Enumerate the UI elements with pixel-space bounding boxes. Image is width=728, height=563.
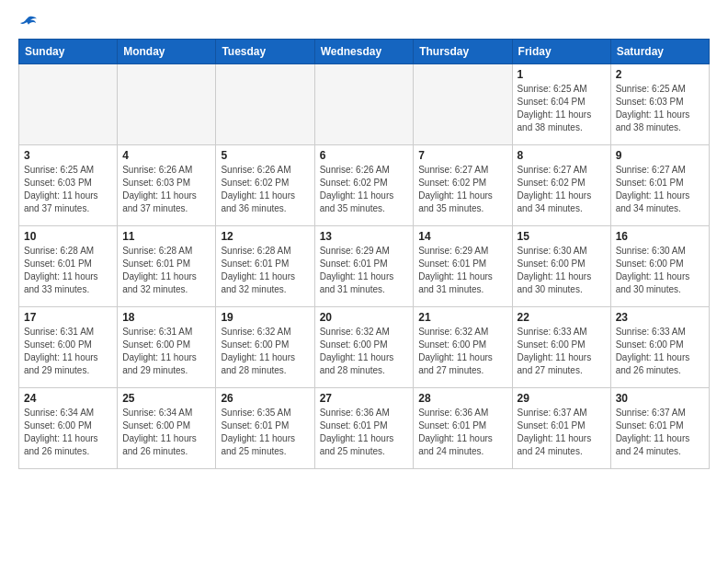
day-number: 5 xyxy=(221,149,309,162)
calendar-cell xyxy=(118,64,216,145)
calendar-cell: 21Sunrise: 6:32 AM Sunset: 6:00 PM Dayli… xyxy=(414,307,512,388)
day-info: Sunrise: 6:32 AM Sunset: 6:00 PM Dayligh… xyxy=(221,326,309,377)
day-number: 23 xyxy=(616,311,704,324)
day-number: 6 xyxy=(320,149,409,162)
day-info: Sunrise: 6:28 AM Sunset: 6:01 PM Dayligh… xyxy=(122,245,210,296)
weekday-header-saturday: Saturday xyxy=(610,40,709,64)
day-info: Sunrise: 6:28 AM Sunset: 6:01 PM Dayligh… xyxy=(24,245,112,296)
day-number: 27 xyxy=(320,392,409,405)
day-info: Sunrise: 6:29 AM Sunset: 6:01 PM Dayligh… xyxy=(320,245,409,296)
calendar-cell: 5Sunrise: 6:26 AM Sunset: 6:02 PM Daylig… xyxy=(216,145,314,226)
logo xyxy=(18,15,37,29)
day-info: Sunrise: 6:27 AM Sunset: 6:01 PM Dayligh… xyxy=(616,164,704,215)
day-number: 3 xyxy=(24,149,112,162)
calendar-cell: 28Sunrise: 6:36 AM Sunset: 6:01 PM Dayli… xyxy=(414,388,512,469)
day-number: 29 xyxy=(518,392,606,405)
day-number: 4 xyxy=(122,149,210,162)
calendar-cell: 27Sunrise: 6:36 AM Sunset: 6:01 PM Dayli… xyxy=(314,388,414,469)
weekday-header-wednesday: Wednesday xyxy=(314,40,414,64)
day-number: 1 xyxy=(518,68,606,81)
day-info: Sunrise: 6:33 AM Sunset: 6:00 PM Dayligh… xyxy=(616,326,704,377)
day-info: Sunrise: 6:36 AM Sunset: 6:01 PM Dayligh… xyxy=(418,407,506,458)
calendar-cell: 8Sunrise: 6:27 AM Sunset: 6:02 PM Daylig… xyxy=(512,145,610,226)
day-number: 24 xyxy=(24,392,112,405)
weekday-header-sunday: Sunday xyxy=(19,40,118,64)
page: SundayMondayTuesdayWednesdayThursdayFrid… xyxy=(0,0,728,478)
calendar-week-row: 1Sunrise: 6:25 AM Sunset: 6:04 PM Daylig… xyxy=(19,64,710,145)
day-number: 30 xyxy=(616,392,704,405)
calendar-cell: 20Sunrise: 6:32 AM Sunset: 6:00 PM Dayli… xyxy=(314,307,414,388)
day-info: Sunrise: 6:25 AM Sunset: 6:04 PM Dayligh… xyxy=(518,83,606,134)
calendar-cell xyxy=(314,64,414,145)
calendar-cell: 3Sunrise: 6:25 AM Sunset: 6:03 PM Daylig… xyxy=(19,145,118,226)
calendar-cell: 6Sunrise: 6:26 AM Sunset: 6:02 PM Daylig… xyxy=(314,145,414,226)
calendar-header-row: SundayMondayTuesdayWednesdayThursdayFrid… xyxy=(19,40,710,64)
weekday-header-friday: Friday xyxy=(512,40,610,64)
calendar-cell: 4Sunrise: 6:26 AM Sunset: 6:03 PM Daylig… xyxy=(118,145,216,226)
day-number: 2 xyxy=(616,68,704,81)
day-number: 15 xyxy=(518,230,606,243)
day-info: Sunrise: 6:26 AM Sunset: 6:02 PM Dayligh… xyxy=(320,164,409,215)
day-info: Sunrise: 6:33 AM Sunset: 6:00 PM Dayligh… xyxy=(518,326,606,377)
calendar-cell: 19Sunrise: 6:32 AM Sunset: 6:00 PM Dayli… xyxy=(216,307,314,388)
day-info: Sunrise: 6:32 AM Sunset: 6:00 PM Dayligh… xyxy=(418,326,506,377)
day-info: Sunrise: 6:28 AM Sunset: 6:01 PM Dayligh… xyxy=(221,245,309,296)
header xyxy=(18,15,710,29)
day-number: 16 xyxy=(616,230,704,243)
day-number: 19 xyxy=(221,311,309,324)
calendar-week-row: 3Sunrise: 6:25 AM Sunset: 6:03 PM Daylig… xyxy=(19,145,710,226)
calendar-cell: 22Sunrise: 6:33 AM Sunset: 6:00 PM Dayli… xyxy=(512,307,610,388)
calendar-cell: 11Sunrise: 6:28 AM Sunset: 6:01 PM Dayli… xyxy=(118,226,216,307)
day-info: Sunrise: 6:25 AM Sunset: 6:03 PM Dayligh… xyxy=(616,83,704,134)
calendar-cell: 9Sunrise: 6:27 AM Sunset: 6:01 PM Daylig… xyxy=(610,145,709,226)
day-number: 26 xyxy=(221,392,309,405)
calendar-cell: 26Sunrise: 6:35 AM Sunset: 6:01 PM Dayli… xyxy=(216,388,314,469)
calendar-cell: 17Sunrise: 6:31 AM Sunset: 6:00 PM Dayli… xyxy=(19,307,118,388)
day-number: 11 xyxy=(122,230,210,243)
day-number: 12 xyxy=(221,230,309,243)
day-info: Sunrise: 6:26 AM Sunset: 6:02 PM Dayligh… xyxy=(221,164,309,215)
calendar-cell: 13Sunrise: 6:29 AM Sunset: 6:01 PM Dayli… xyxy=(314,226,414,307)
calendar-cell: 23Sunrise: 6:33 AM Sunset: 6:00 PM Dayli… xyxy=(610,307,709,388)
calendar-cell xyxy=(414,64,512,145)
day-info: Sunrise: 6:25 AM Sunset: 6:03 PM Dayligh… xyxy=(24,164,112,215)
logo-bird-icon xyxy=(20,15,37,29)
weekday-header-tuesday: Tuesday xyxy=(216,40,314,64)
day-info: Sunrise: 6:27 AM Sunset: 6:02 PM Dayligh… xyxy=(518,164,606,215)
day-info: Sunrise: 6:31 AM Sunset: 6:00 PM Dayligh… xyxy=(122,326,210,377)
calendar-cell xyxy=(19,64,118,145)
calendar-cell: 16Sunrise: 6:30 AM Sunset: 6:00 PM Dayli… xyxy=(610,226,709,307)
day-info: Sunrise: 6:27 AM Sunset: 6:02 PM Dayligh… xyxy=(418,164,506,215)
day-info: Sunrise: 6:26 AM Sunset: 6:03 PM Dayligh… xyxy=(122,164,210,215)
day-info: Sunrise: 6:37 AM Sunset: 6:01 PM Dayligh… xyxy=(518,407,606,458)
calendar-cell: 18Sunrise: 6:31 AM Sunset: 6:00 PM Dayli… xyxy=(118,307,216,388)
calendar-cell: 14Sunrise: 6:29 AM Sunset: 6:01 PM Dayli… xyxy=(414,226,512,307)
day-info: Sunrise: 6:35 AM Sunset: 6:01 PM Dayligh… xyxy=(221,407,309,458)
calendar-cell: 25Sunrise: 6:34 AM Sunset: 6:00 PM Dayli… xyxy=(118,388,216,469)
day-number: 13 xyxy=(320,230,409,243)
weekday-header-thursday: Thursday xyxy=(414,40,512,64)
calendar-week-row: 10Sunrise: 6:28 AM Sunset: 6:01 PM Dayli… xyxy=(19,226,710,307)
day-number: 17 xyxy=(24,311,112,324)
day-number: 14 xyxy=(418,230,506,243)
calendar: SundayMondayTuesdayWednesdayThursdayFrid… xyxy=(18,39,710,469)
day-info: Sunrise: 6:29 AM Sunset: 6:01 PM Dayligh… xyxy=(418,245,506,296)
day-number: 22 xyxy=(518,311,606,324)
day-info: Sunrise: 6:30 AM Sunset: 6:00 PM Dayligh… xyxy=(518,245,606,296)
calendar-cell: 12Sunrise: 6:28 AM Sunset: 6:01 PM Dayli… xyxy=(216,226,314,307)
calendar-cell: 2Sunrise: 6:25 AM Sunset: 6:03 PM Daylig… xyxy=(610,64,709,145)
weekday-header-monday: Monday xyxy=(118,40,216,64)
calendar-week-row: 24Sunrise: 6:34 AM Sunset: 6:00 PM Dayli… xyxy=(19,388,710,469)
day-number: 7 xyxy=(418,149,506,162)
calendar-cell: 29Sunrise: 6:37 AM Sunset: 6:01 PM Dayli… xyxy=(512,388,610,469)
day-info: Sunrise: 6:34 AM Sunset: 6:00 PM Dayligh… xyxy=(122,407,210,458)
day-info: Sunrise: 6:36 AM Sunset: 6:01 PM Dayligh… xyxy=(320,407,409,458)
day-number: 9 xyxy=(616,149,704,162)
calendar-week-row: 17Sunrise: 6:31 AM Sunset: 6:00 PM Dayli… xyxy=(19,307,710,388)
calendar-cell xyxy=(216,64,314,145)
day-info: Sunrise: 6:30 AM Sunset: 6:00 PM Dayligh… xyxy=(616,245,704,296)
calendar-cell: 10Sunrise: 6:28 AM Sunset: 6:01 PM Dayli… xyxy=(19,226,118,307)
day-number: 18 xyxy=(122,311,210,324)
day-info: Sunrise: 6:37 AM Sunset: 6:01 PM Dayligh… xyxy=(616,407,704,458)
calendar-cell: 30Sunrise: 6:37 AM Sunset: 6:01 PM Dayli… xyxy=(610,388,709,469)
